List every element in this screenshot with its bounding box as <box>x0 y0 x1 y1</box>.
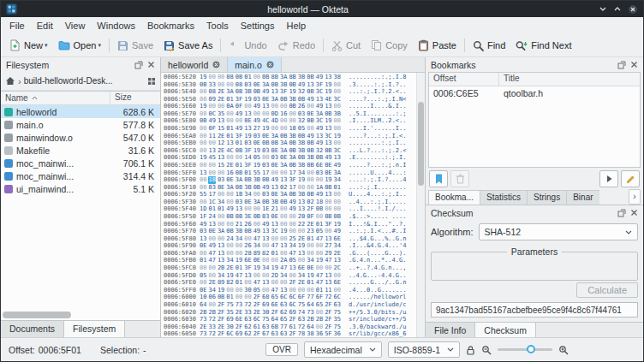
hex-byte[interactable]: 11 <box>208 133 215 140</box>
hex-byte[interactable]: 00 <box>325 205 331 213</box>
hex-byte[interactable]: 00 <box>316 242 323 250</box>
tab-strings-tool[interactable]: Strings <box>527 190 566 205</box>
hex-byte[interactable]: 00 <box>253 272 260 280</box>
hex-byte[interactable]: 63 <box>262 323 269 331</box>
hex-chars[interactable]: .E........:.;.I. <box>349 154 406 162</box>
hex-byte[interactable]: 2F <box>289 279 295 287</box>
hex-byte[interactable]: 6F <box>316 294 323 301</box>
hex-byte[interactable]: 00 <box>316 176 323 184</box>
hex-byte[interactable]: 1D <box>200 205 206 213</box>
hex-chars[interactable]: .I...&4.G.4...'4 <box>349 242 406 250</box>
hex-byte[interactable]: 13 <box>325 125 331 133</box>
zoom-slider[interactable] <box>498 348 552 351</box>
hex-byte[interactable]: 0B <box>325 213 331 221</box>
hex-byte[interactable]: 22 <box>298 221 305 228</box>
hex-byte[interactable]: 00 <box>334 117 341 125</box>
hex-byte[interactable]: 00 <box>200 264 206 272</box>
hex-byte[interactable]: 00 <box>262 110 269 118</box>
hex-byte[interactable]: 13 <box>316 96 323 104</box>
hex-byte[interactable]: 2E <box>218 147 224 155</box>
hex-byte[interactable]: 33 <box>208 323 215 331</box>
hex-byte[interactable]: 6C <box>253 316 260 323</box>
hex-byte[interactable]: 00 <box>298 257 305 264</box>
hex-byte[interactable]: 13 <box>271 221 278 228</box>
hex-byte[interactable]: 82 <box>262 250 269 258</box>
hex-byte[interactable]: 13 <box>280 287 287 294</box>
hex-byte[interactable]: 13 <box>316 133 323 140</box>
hex-byte[interactable]: 19 <box>236 257 242 264</box>
hex-byte[interactable]: 47 <box>325 257 331 264</box>
tool-tabs-scroll-button[interactable]: › <box>629 189 641 205</box>
hex-byte[interactable]: 02 <box>307 199 313 206</box>
calculate-button[interactable]: Calculate <box>576 282 638 298</box>
hex-byte[interactable]: 2E <box>226 162 233 169</box>
hex-byte[interactable]: 06 <box>208 294 215 301</box>
hex-byte[interactable]: 01 <box>244 169 251 177</box>
hex-byte[interactable]: 3B <box>298 162 305 169</box>
hex-byte[interactable]: 2E <box>236 309 242 317</box>
menu-item[interactable]: Settings <box>235 19 281 33</box>
hex-byte[interactable]: 13 <box>280 176 287 184</box>
hex-byte[interactable]: 75 <box>262 316 269 323</box>
hex-byte[interactable]: 13 <box>200 169 206 177</box>
hex-byte[interactable]: 3A <box>253 199 260 206</box>
hex-byte[interactable]: 33 <box>244 309 251 317</box>
hex-byte[interactable]: 64 <box>307 323 313 331</box>
hex-byte[interactable]: 13 <box>200 235 206 243</box>
hex-byte[interactable]: 49 <box>334 228 341 235</box>
float-panel-button[interactable] <box>134 61 143 69</box>
hex-chars[interactable]: .4...0..G....... <box>349 287 406 294</box>
hex-row[interactable]: 0006:5F30001C3400030E3A0B3B0B49130218000… <box>164 199 416 206</box>
hex-byte[interactable]: 2E <box>218 323 224 331</box>
hex-byte[interactable]: 13 <box>271 184 278 192</box>
hex-byte[interactable]: 0B <box>289 147 295 155</box>
hex-byte[interactable]: 47 <box>208 257 215 264</box>
hex-byte[interactable]: 0B <box>307 191 313 199</box>
title-column-header[interactable]: Title <box>499 73 640 86</box>
hex-byte[interactable]: 3A <box>271 133 278 140</box>
hex-byte[interactable]: 63 <box>244 316 251 323</box>
close-button[interactable] <box>628 4 638 15</box>
hex-chars[interactable]: ......U....4...: <box>349 169 406 177</box>
hex-byte[interactable]: 00 <box>226 199 233 206</box>
hex-byte[interactable]: 13 <box>226 139 233 147</box>
hex-byte[interactable]: 0E <box>253 257 260 264</box>
hex-byte[interactable]: 55 <box>253 169 260 177</box>
hex-byte[interactable]: 01 <box>226 294 233 301</box>
hex-byte[interactable]: 47 <box>289 250 295 258</box>
close-tab-icon[interactable] <box>266 61 274 68</box>
hex-byte[interactable]: 3A <box>280 139 287 147</box>
hex-byte[interactable]: 0B <box>236 169 242 177</box>
hex-byte[interactable]: 3A <box>334 169 341 177</box>
hex-byte[interactable]: 8B <box>289 74 295 81</box>
hex-byte[interactable]: 0E <box>271 147 278 155</box>
hex-byte[interactable]: 18 <box>316 199 323 206</box>
hex-byte[interactable]: 00 <box>253 221 260 228</box>
hex-byte[interactable]: 00 <box>244 103 251 110</box>
hex-byte[interactable]: 00 <box>280 205 287 213</box>
hex-byte[interactable]: 03 <box>253 96 260 104</box>
hex-chars[interactable]: .3.0/backward./u <box>349 323 406 331</box>
hex-byte[interactable]: 34 <box>289 242 295 250</box>
hex-byte[interactable]: 34 <box>298 272 305 280</box>
hex-byte[interactable]: 2B <box>316 316 323 323</box>
add-bookmark-button[interactable] <box>429 170 448 187</box>
hex-byte[interactable]: 6E <box>244 257 251 264</box>
hex-byte[interactable]: 78 <box>298 330 305 337</box>
hex-byte[interactable]: 01 <box>236 279 242 287</box>
hex-byte[interactable]: 00 <box>236 117 242 125</box>
hex-byte[interactable]: 49 <box>262 88 269 96</box>
hex-byte[interactable]: 49 <box>208 242 215 250</box>
hex-byte[interactable]: 3C <box>325 133 331 140</box>
hex-chars[interactable]: .....?...:.;.n.I <box>349 162 406 169</box>
hex-byte[interactable]: 03 <box>271 154 278 162</box>
bookmark-row[interactable]: 0006:C6E5 qtoolbar.h <box>429 86 640 99</box>
hex-byte[interactable]: 00 <box>244 205 251 213</box>
hex-byte[interactable]: 0E <box>325 169 331 177</box>
hex-byte[interactable]: 00 <box>271 169 278 177</box>
hex-byte[interactable]: 00 <box>271 257 278 264</box>
hex-byte[interactable]: 0B <box>325 110 331 118</box>
hex-byte[interactable]: 62 <box>244 330 251 337</box>
hex-byte[interactable]: 00 <box>208 103 215 110</box>
close-panel-button[interactable] <box>630 209 638 217</box>
